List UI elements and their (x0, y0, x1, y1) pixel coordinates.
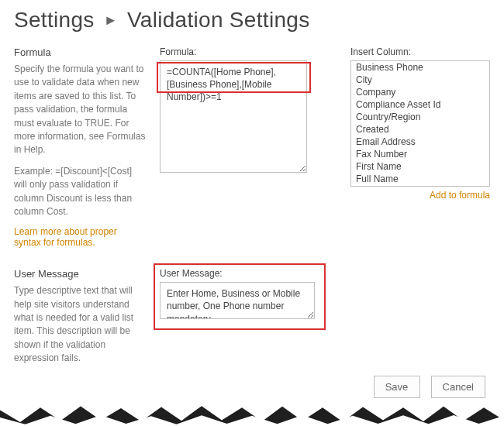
learn-more-link[interactable]: Learn more about proper syntax for formu… (14, 226, 117, 248)
formula-heading: Formula (14, 46, 146, 58)
formula-description: Specify the formula you want to use to v… (14, 63, 146, 157)
insert-column-label: Insert Column: (350, 46, 490, 57)
list-item[interactable]: Country/Region (351, 111, 489, 123)
list-item[interactable]: Email Address (351, 136, 489, 148)
breadcrumb: Settings ► Validation Settings (14, 8, 490, 33)
list-item[interactable]: Fax Number (351, 148, 489, 160)
user-message-label: User Message: (160, 268, 337, 279)
cancel-button[interactable]: Cancel (431, 376, 485, 398)
list-item[interactable]: Full Name (351, 173, 489, 185)
breadcrumb-root[interactable]: Settings (14, 8, 95, 32)
list-item[interactable]: First Name (351, 160, 489, 173)
list-item[interactable]: City (351, 74, 489, 86)
save-button[interactable]: Save (374, 376, 420, 398)
user-message-description: Type descriptive text that will help sit… (14, 284, 146, 365)
button-bar: Save Cancel (374, 376, 485, 398)
insert-column-listbox[interactable]: Business PhoneCityCompanyCompliance Asse… (350, 60, 490, 187)
list-item[interactable]: Business Phone (351, 61, 489, 74)
user-message-row: User Message Type descriptive text that … (14, 268, 490, 373)
user-message-input[interactable] (160, 282, 315, 319)
add-to-formula-link[interactable]: Add to formula (430, 190, 490, 201)
list-item[interactable]: Created (351, 123, 489, 136)
breadcrumb-sep-icon: ► (101, 12, 121, 28)
list-item[interactable]: Company (351, 86, 489, 98)
formula-example: Example: =[Discount]<[Cost] will only pa… (14, 165, 146, 219)
formula-row: Formula Specify the formula you want to … (14, 46, 490, 248)
page-title: Validation Settings (127, 8, 310, 32)
formula-label: Formula: (160, 46, 337, 57)
list-item[interactable]: Compliance Asset Id (351, 98, 489, 111)
formula-input[interactable] (160, 60, 307, 173)
user-message-heading: User Message (14, 268, 146, 280)
